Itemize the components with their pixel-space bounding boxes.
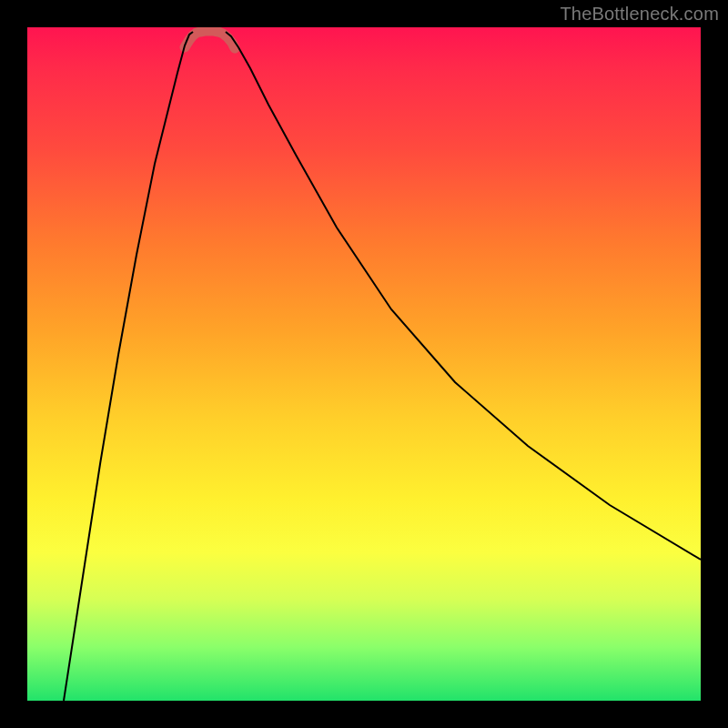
curve-layer [27,27,701,701]
right-branch-path [226,32,701,560]
plot-area [27,27,701,701]
watermark-text: TheBottleneck.com [560,4,719,25]
left-branch-path [64,32,193,701]
chart-stage: TheBottleneck.com [0,0,728,728]
